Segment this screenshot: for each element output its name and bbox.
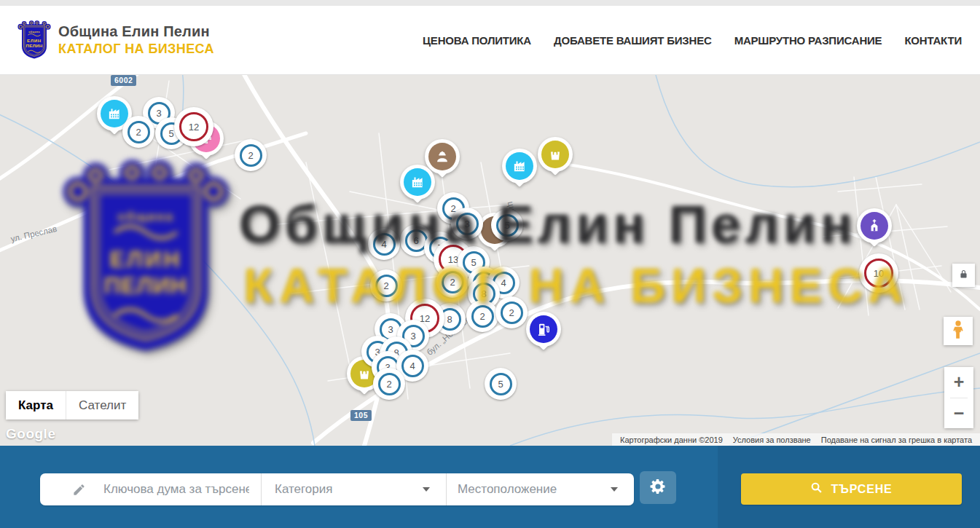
nav-contacts[interactable]: КОНТАКТИ <box>904 34 962 47</box>
cluster-marker[interactable]: 4 <box>368 228 400 260</box>
pin-circle <box>502 149 537 184</box>
search-bar-right: ТЪРСЕНЕ <box>718 446 980 528</box>
brand-home-link[interactable]: община ЕЛИН ПЕЛИН Община Елин Пелин КАТА… <box>17 19 214 61</box>
svg-text:община: община <box>28 31 39 34</box>
cluster-marker[interactable]: 2 <box>235 139 267 171</box>
cluster-count: 2 <box>375 275 398 297</box>
terms-of-use-link[interactable]: Условия за ползване <box>728 436 816 444</box>
lock-control[interactable] <box>952 264 975 287</box>
factory-icon <box>404 168 431 196</box>
category-select-label: Категория <box>275 482 332 497</box>
cluster-marker[interactable]: 2 <box>466 300 498 332</box>
attribution-copyright: Картографски данни ©2019 <box>615 436 728 444</box>
search-fields-group: Категория Местоположение <box>40 473 634 505</box>
lock-icon <box>958 269 969 283</box>
cluster-count: 5 <box>490 373 512 395</box>
site-title: Община Елин Пелин <box>58 23 214 40</box>
cluster-count: 2 <box>128 121 150 143</box>
map-type-control: Карта Сателит <box>6 391 138 419</box>
advanced-settings-button[interactable] <box>640 471 676 504</box>
search-bar: Категория Местоположение ТЪРСЕНЕ <box>0 446 980 528</box>
cluster-marker[interactable]: 2 <box>495 296 528 328</box>
pin-circle <box>400 165 435 200</box>
search-bar-left: Категория Местоположение <box>0 446 718 528</box>
cluster-marker[interactable]: 12 <box>174 107 213 146</box>
cluster-count: 10 <box>864 259 893 288</box>
cluster-count: 2 <box>442 271 464 293</box>
cluster-count: 2 <box>378 373 401 395</box>
nav-route-schedule[interactable]: МАРШРУТНО РАЗПИСАНИЕ <box>734 34 882 47</box>
search-icon <box>810 481 823 497</box>
cluster-count: 2 <box>240 144 262 167</box>
nav-add-your-business[interactable]: ДОБАВЕТЕ ВАШИЯТ БИЗНЕС <box>554 34 712 47</box>
keyword-input[interactable] <box>103 482 249 497</box>
gear-icon <box>649 478 667 497</box>
nav-pricing-policy[interactable]: ЦЕНОВА ПОЛИТИКА <box>423 34 531 47</box>
chevron-down-icon <box>423 487 430 492</box>
church-icon <box>861 212 888 240</box>
pin-circle <box>538 137 573 172</box>
location-select-label: Местоположение <box>458 482 557 497</box>
map-attribution: Картографски данни ©2019 Условия за полз… <box>612 433 980 446</box>
report-map-error-link[interactable]: Подаване на сигнал за грешка в картата <box>816 436 977 444</box>
zoom-control: + − <box>944 367 973 428</box>
google-logo[interactable]: Google <box>6 426 55 442</box>
svg-text:ПЕЛИН: ПЕЛИН <box>26 43 43 48</box>
cluster-count: 2 <box>471 305 494 328</box>
search-button-label: ТЪРСЕНЕ <box>831 483 892 496</box>
cluster-count: 4 <box>373 233 396 256</box>
map-view-button[interactable]: Карта <box>6 391 66 419</box>
pin-circle <box>857 208 892 243</box>
pin-circle <box>526 312 561 347</box>
site-subtitle: КАТАЛОГ НА БИЗНЕСА <box>58 42 214 57</box>
category-select[interactable]: Категория <box>261 473 446 505</box>
fuel-pump-icon <box>530 315 557 343</box>
pin-marker-church[interactable] <box>857 208 892 251</box>
page: община ЕЛИН ПЕЛИН Община Елин Пелин КАТА… <box>0 0 980 528</box>
cluster-count: 12 <box>179 112 208 141</box>
main-nav: ЦЕНОВА ПОЛИТИКА ДОБАВЕТЕ ВАШИЯТ БИЗНЕС М… <box>423 34 962 47</box>
cluster-marker[interactable]: 10 <box>859 253 898 293</box>
municipality-crest-logo: община ЕЛИН ПЕЛИН <box>17 19 51 61</box>
cluster-count: 2 <box>501 302 523 324</box>
cluster-marker[interactable]: 2 <box>373 368 405 400</box>
shopping-bag-icon <box>541 141 569 168</box>
pin-marker-fuel-pump[interactable] <box>526 312 561 354</box>
svg-text:ЕЛИН: ЕЛИН <box>27 38 42 43</box>
cluster-count: 4 <box>401 355 424 377</box>
zoom-in-button[interactable]: + <box>944 367 973 398</box>
cluster-marker[interactable]: 2 <box>370 269 402 302</box>
search-submit-button[interactable]: ТЪРСЕНЕ <box>741 473 962 505</box>
cluster-count: 3 <box>456 213 479 235</box>
cluster-count: 5 <box>496 214 519 237</box>
factory-icon <box>506 152 533 180</box>
satellite-view-button[interactable]: Сателит <box>66 391 138 419</box>
road-number-badge: 105 <box>350 410 372 421</box>
cluster-marker[interactable]: 2 <box>436 266 469 298</box>
pencil-icon <box>72 483 86 497</box>
cluster-marker[interactable]: 2 <box>122 116 154 148</box>
location-select[interactable]: Местоположение <box>446 473 634 505</box>
top-strip <box>0 0 980 6</box>
keyword-search-field[interactable] <box>40 473 261 505</box>
pegman-icon <box>949 319 968 344</box>
pin-marker-factory[interactable] <box>502 149 537 191</box>
road-number-badge: 6002 <box>111 75 136 86</box>
site-header: община ЕЛИН ПЕЛИН Община Елин Пелин КАТА… <box>0 6 980 75</box>
map-canvas[interactable]: ул. Преславбул. „Новоселци“ 6002105 <box>0 75 980 446</box>
cluster-marker[interactable]: 5 <box>485 368 517 400</box>
cluster-marker[interactable]: 5 <box>491 209 523 241</box>
street-view-pegman[interactable] <box>944 317 973 345</box>
zoom-out-button[interactable]: − <box>944 398 973 429</box>
pin-marker-shopping-bag[interactable] <box>538 137 573 179</box>
chevron-down-icon <box>611 487 618 492</box>
pin-marker-factory[interactable] <box>400 165 435 207</box>
cluster-marker[interactable]: 3 <box>451 208 483 240</box>
